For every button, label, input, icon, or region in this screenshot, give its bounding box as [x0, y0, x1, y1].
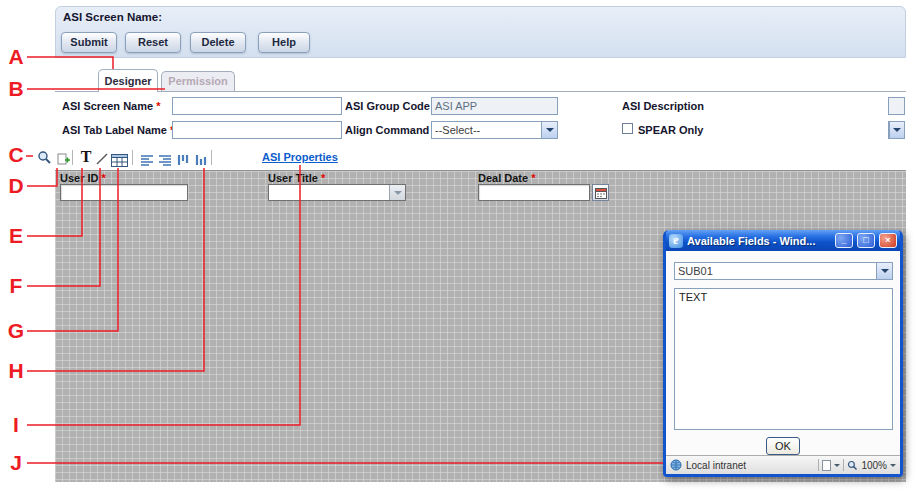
required-marker: * — [156, 100, 160, 112]
annotation-letter-e: E — [5, 225, 27, 247]
description-label: ASI Description — [622, 100, 704, 112]
text-tool-icon: T — [81, 149, 92, 165]
statusbar-separator — [843, 459, 844, 471]
fields-dropdown[interactable]: SUB01 — [674, 262, 893, 280]
chevron-down-icon — [541, 122, 557, 138]
chevron-down-icon[interactable] — [834, 464, 840, 467]
user-title-select[interactable] — [268, 184, 406, 201]
help-button[interactable]: Help — [258, 32, 310, 53]
add-field-button[interactable] — [55, 150, 73, 168]
available-fields-window: e Available Fields - Wind... _ □ × SUB01… — [663, 230, 903, 477]
align-left-icon — [140, 154, 154, 166]
annotation-letter-j: J — [5, 452, 27, 474]
annotation-letter-g: G — [5, 320, 27, 342]
spear-only-label: SPEAR Only — [638, 124, 703, 136]
line-tool-icon — [95, 152, 109, 166]
annotation-letter-h: H — [5, 360, 27, 382]
tab-permission[interactable]: Permission — [161, 71, 235, 91]
calendar-button[interactable] — [592, 184, 609, 201]
chevron-down-icon — [889, 122, 904, 138]
annotation-letter-f: F — [5, 275, 27, 297]
asi-description-input[interactable] — [888, 97, 905, 115]
user-id-input[interactable] — [60, 184, 188, 201]
maximize-button[interactable]: □ — [857, 233, 875, 248]
tab-label-name-label: ASI Tab Label Name * — [62, 124, 174, 136]
header-band — [55, 6, 906, 58]
asi-properties-link[interactable]: ASI Properties — [262, 151, 338, 163]
annotation-letter-b: B — [5, 78, 27, 100]
zoom-tool-button[interactable] — [35, 148, 53, 166]
annotation-letter-c: C — [5, 144, 27, 166]
minimize-button[interactable]: _ — [835, 233, 853, 248]
calendar-icon — [595, 187, 607, 199]
status-zone-text: Local intranet — [686, 460, 746, 471]
spear-only-checkbox[interactable] — [622, 123, 633, 134]
annotation-letter-a: A — [5, 46, 27, 68]
align-command-label: Align Command — [345, 124, 429, 136]
align-top-button[interactable] — [174, 151, 192, 169]
tab-designer[interactable]: Designer — [98, 69, 158, 92]
leader-line-d — [27, 168, 57, 186]
align-bottom-icon — [194, 154, 208, 166]
group-code-input[interactable]: ASI APP — [431, 97, 558, 115]
user-title-label: User Title * — [268, 172, 325, 184]
align-top-icon — [176, 154, 190, 166]
toolbar-separator — [211, 150, 212, 165]
submit-button[interactable]: Submit — [61, 32, 117, 53]
user-id-label: User ID * — [60, 172, 106, 184]
window-body: SUB01 TEXT OK — [666, 251, 900, 455]
statusbar-separator — [818, 459, 819, 471]
ie-window-icon: e — [669, 234, 683, 248]
deal-date-label: Deal Date * — [478, 172, 535, 184]
zoom-icon — [847, 460, 858, 471]
right-edge-dropdown[interactable] — [888, 121, 905, 139]
group-code-label: ASI Group Code — [345, 100, 430, 112]
align-right-icon — [158, 154, 172, 166]
protected-mode-icon — [822, 460, 831, 471]
required-marker: * — [321, 172, 325, 184]
ok-button[interactable]: OK — [766, 437, 800, 455]
align-command-select[interactable]: --Select-- — [431, 121, 558, 139]
table-icon — [111, 154, 128, 167]
toolbar-separator — [132, 150, 133, 165]
deal-date-input[interactable] — [478, 184, 590, 201]
align-right-button[interactable] — [156, 151, 174, 169]
close-button[interactable]: × — [879, 233, 897, 248]
delete-button[interactable]: Delete — [190, 32, 246, 53]
fields-listbox[interactable]: TEXT — [674, 288, 893, 430]
window-titlebar[interactable]: e Available Fields - Wind... _ □ × — [666, 230, 900, 251]
align-bottom-button[interactable] — [192, 151, 210, 169]
intranet-zone-icon — [670, 459, 682, 471]
table-tool-button[interactable] — [110, 151, 128, 169]
page: ASI Screen Name: Submit Reset Delete Hel… — [0, 0, 921, 491]
chevron-down-icon — [389, 185, 405, 200]
window-statusbar: Local intranet 100% — [666, 455, 900, 474]
reset-button[interactable]: Reset — [125, 32, 181, 53]
toolbar-separator — [72, 150, 73, 165]
annotation-letter-d: D — [5, 175, 27, 197]
window-title: Available Fields - Wind... — [687, 235, 831, 247]
add-field-icon — [57, 153, 71, 166]
tab-strip-divider — [55, 91, 906, 92]
list-item[interactable]: TEXT — [675, 289, 892, 305]
magnifier-icon — [37, 150, 52, 165]
page-title: ASI Screen Name: — [63, 11, 162, 23]
zoom-level: 100% — [861, 460, 887, 471]
line-tool-button[interactable] — [93, 150, 111, 168]
leader-line-a — [27, 57, 113, 69]
tab-label-name-input[interactable] — [172, 121, 342, 139]
screen-name-input[interactable] — [172, 97, 342, 115]
align-left-button[interactable] — [138, 151, 156, 169]
zoom-caret-icon[interactable] — [890, 464, 896, 467]
chevron-down-icon — [876, 263, 892, 279]
required-marker: * — [531, 172, 535, 184]
annotation-letter-i: I — [5, 414, 27, 436]
required-marker: * — [102, 172, 106, 184]
screen-name-label: ASI Screen Name * — [62, 100, 160, 112]
